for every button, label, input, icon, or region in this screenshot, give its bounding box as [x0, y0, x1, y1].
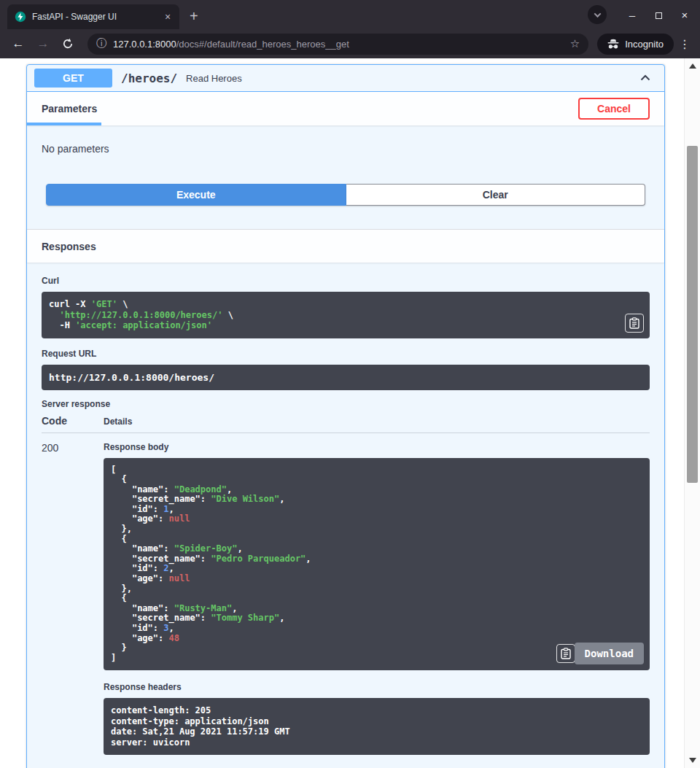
- collapse-arrow-icon[interactable]: [634, 71, 657, 85]
- url-host: 127.0.0.1:8000: [113, 39, 176, 50]
- incognito-icon: [607, 39, 619, 50]
- active-tab-underline: [27, 123, 101, 125]
- opblock-summary[interactable]: GET /heroes/ Read Heroes: [27, 65, 664, 92]
- scroll-down-arrow-icon[interactable]: [689, 758, 696, 763]
- maximize-icon: [656, 12, 662, 19]
- response-details: Response body [ { "name": "Deadpond", "s…: [104, 442, 650, 756]
- clipboard-icon: [629, 317, 639, 329]
- maximize-button[interactable]: [649, 9, 668, 21]
- header-line: content-length: 205: [111, 705, 642, 716]
- tab-title: FastAPI - Swagger UI: [32, 12, 156, 22]
- swagger-page: GET /heroes/ Read Heroes Parameters Canc…: [0, 58, 684, 768]
- code-line: "id": 2,: [111, 564, 642, 574]
- curl-code: curl -X 'GET' \ 'http://127.0.0.1:8000/h…: [49, 299, 642, 331]
- new-tab-button[interactable]: +: [190, 9, 198, 23]
- code-line: "age": null: [111, 514, 642, 524]
- request-url-label: Request URL: [42, 349, 650, 359]
- response-body-block: [ { "name": "Deadpond", "secret_name": "…: [104, 458, 650, 671]
- address-bar[interactable]: ⓘ 127.0.0.1:8000/docs#/default/read_hero…: [88, 34, 588, 55]
- tab-close-icon[interactable]: ×: [162, 11, 174, 23]
- browser-toolbar: ← → ⓘ 127.0.0.1:8000/docs#/default/read_…: [0, 29, 700, 58]
- reload-icon: [62, 38, 74, 50]
- chevron-down-icon: [594, 10, 601, 18]
- code-line: {: [111, 594, 642, 604]
- code-line: "id": 3,: [111, 624, 642, 634]
- bookmark-star-icon[interactable]: ☆: [570, 37, 580, 50]
- scroll-up-arrow-icon[interactable]: [689, 63, 696, 69]
- responses-inner: Curl curl -X 'GET' \ 'http://127.0.0.1:8…: [27, 263, 664, 768]
- code-line: curl -X 'GET' \: [49, 299, 642, 310]
- code-line: -H 'accept: application/json': [49, 320, 642, 331]
- code-line: "age": null: [111, 574, 642, 584]
- execute-wrapper: Execute Clear: [27, 155, 664, 229]
- opblock-get-heroes: GET /heroes/ Read Heroes Parameters Canc…: [26, 64, 665, 768]
- code-line: {: [111, 535, 642, 545]
- response-body-label: Response body: [104, 442, 650, 452]
- response-table-header: Code Details: [42, 415, 650, 433]
- site-info-icon[interactable]: ⓘ: [96, 37, 106, 50]
- close-window-button[interactable]: ×: [675, 9, 694, 21]
- clipboard-icon: [561, 648, 571, 659]
- copy-response-button[interactable]: [556, 644, 575, 663]
- copy-curl-button[interactable]: [625, 314, 644, 333]
- clear-button[interactable]: Clear: [346, 184, 646, 206]
- window-controls: – ×: [588, 0, 694, 29]
- browser-menu-button[interactable]: ⋮: [677, 37, 693, 51]
- code-line: },: [111, 524, 642, 535]
- scrollbar-thumb[interactable]: [687, 146, 698, 483]
- execute-button[interactable]: Execute: [46, 184, 346, 206]
- url-path: /docs#/default/read_heroes_heroes__get: [176, 39, 349, 50]
- code-line: "name": "Spider-Boy",: [111, 544, 642, 554]
- operation-path: /heroes/: [121, 71, 177, 85]
- incognito-badge: Incognito: [597, 34, 674, 55]
- header-line: date: Sat,21 Aug 2021 11:57:19 GMT: [111, 726, 642, 737]
- code-line: "id": 1,: [111, 505, 642, 515]
- status-code: 200: [42, 442, 104, 756]
- code-line: "secret_name": "Tommy Sharp",: [111, 613, 642, 624]
- parameters-body: No parameters: [27, 125, 664, 155]
- tab-search-button[interactable]: [588, 5, 607, 24]
- url-text: 127.0.0.1:8000/docs#/default/read_heroes…: [113, 39, 564, 50]
- response-headers-code: content-length: 205content-type: applica…: [111, 705, 642, 748]
- download-button[interactable]: Download: [575, 643, 644, 664]
- tab-parameters[interactable]: Parameters: [42, 103, 97, 115]
- parameters-header: Parameters Cancel: [27, 92, 664, 125]
- code-line: {: [111, 475, 642, 485]
- response-body-code: [ { "name": "Deadpond", "secret_name": "…: [111, 465, 642, 664]
- code-column-header: Code: [42, 415, 104, 427]
- code-line: "secret_name": "Dive Wilson",: [111, 494, 642, 505]
- curl-label: Curl: [42, 276, 650, 286]
- browser-tab[interactable]: FastAPI - Swagger UI ×: [7, 4, 179, 29]
- curl-command-block: curl -X 'GET' \ 'http://127.0.0.1:8000/h…: [42, 292, 650, 338]
- scrollbar[interactable]: [684, 58, 700, 768]
- details-column-header: Details: [104, 416, 132, 427]
- no-parameters-message: No parameters: [42, 143, 109, 155]
- cancel-button[interactable]: Cancel: [578, 98, 650, 120]
- operation-summary: Read Heroes: [186, 73, 634, 84]
- back-button[interactable]: ←: [7, 36, 29, 51]
- header-line: server: uvicorn: [111, 737, 642, 748]
- tab-strip: FastAPI - Swagger UI × + – ×: [0, 0, 700, 29]
- responses-header: Responses: [27, 229, 664, 263]
- response-row: 200 Response body [ { "name": "Deadpond"…: [42, 433, 650, 756]
- code-line: [: [111, 465, 642, 476]
- reload-button[interactable]: [57, 38, 79, 50]
- minimize-button[interactable]: –: [623, 9, 642, 21]
- header-line: content-type: application/json: [111, 716, 642, 727]
- responses-title: Responses: [42, 241, 96, 252]
- method-badge: GET: [34, 69, 112, 88]
- request-url-value: http://127.0.0.1:8000/heroes/: [49, 372, 214, 383]
- incognito-label: Incognito: [625, 39, 664, 50]
- response-headers-block: content-length: 205content-type: applica…: [104, 698, 650, 755]
- request-url-block: http://127.0.0.1:8000/heroes/: [42, 365, 650, 390]
- response-headers-label: Response headers: [104, 682, 650, 692]
- code-line: },: [111, 584, 642, 594]
- forward-button[interactable]: →: [32, 36, 54, 51]
- code-line: "name": "Deadpond",: [111, 485, 642, 495]
- code-line: "age": 48: [111, 634, 642, 644]
- fastapi-favicon-icon: [15, 11, 26, 23]
- server-response-label: Server response: [42, 399, 650, 409]
- code-line: 'http://127.0.0.1:8000/heroes/' \: [49, 310, 642, 321]
- code-line: "secret_name": "Pedro Parqueador",: [111, 554, 642, 565]
- code-line: "name": "Rusty-Man",: [111, 604, 642, 614]
